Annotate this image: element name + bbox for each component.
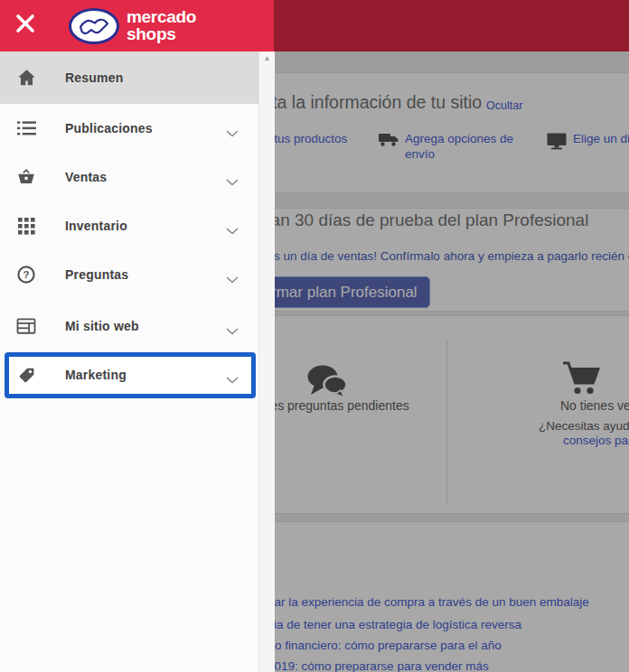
basket-icon: [15, 166, 37, 188]
sidebar-item-mi-sitio-web[interactable]: Mi sitio web: [0, 302, 258, 350]
scroll-up-arrow[interactable]: ▲: [259, 51, 275, 66]
question-icon: ?: [15, 264, 37, 285]
sidebar-item-label: Ventas: [65, 170, 107, 184]
chevron-down-icon: [226, 173, 239, 190]
sidebar-item-label: Resumen: [65, 70, 123, 85]
sidebar-menu: Resumen Publicaciones Ventas: [0, 51, 258, 672]
chevron-down-icon: [226, 371, 239, 387]
sidebar-item-marketing[interactable]: Marketing: [0, 350, 258, 399]
handshake-logo-icon: [69, 8, 119, 44]
chevron-down-icon: [226, 271, 239, 287]
svg-text:?: ?: [23, 269, 30, 280]
home-icon: [15, 67, 37, 89]
chevron-down-icon: [226, 222, 239, 238]
sidebar-item-publicaciones[interactable]: Publicaciones: [0, 104, 258, 153]
sidebar-item-label: Marketing: [65, 368, 127, 382]
sidebar-item-label: Mi sitio web: [65, 319, 139, 333]
sidebar-item-label: Inventario: [65, 219, 127, 233]
tag-icon: [15, 364, 37, 386]
list-icon: [15, 117, 37, 139]
logo-line1: mercado: [127, 8, 196, 25]
sidebar-item-ventas[interactable]: Ventas: [0, 153, 258, 201]
sidebar-item-label: Publicaciones: [65, 121, 153, 135]
logo-line2: shops: [127, 25, 196, 42]
sidebar-drawer: mercado shops Resumen Publicaciones: [0, 0, 274, 672]
website-icon: [15, 315, 37, 337]
grid-icon: [15, 215, 37, 237]
chevron-down-icon: [226, 322, 239, 339]
sidebar-item-label: Preguntas: [65, 267, 128, 282]
sidebar-item-resumen[interactable]: Resumen: [0, 51, 258, 104]
mercado-shops-dashboard: Completa la información de tu sitio Ocul…: [0, 0, 629, 672]
sidebar-header: mercado shops: [0, 0, 274, 51]
sidebar-item-preguntas[interactable]: ? Preguntas: [0, 250, 258, 299]
chevron-down-icon: [226, 125, 239, 141]
logo-wordmark: mercado shops: [127, 8, 196, 42]
sidebar-scrollbar[interactable]: ▲: [258, 51, 275, 672]
sidebar-item-inventario[interactable]: Inventario: [0, 201, 258, 250]
close-icon[interactable]: [14, 13, 36, 34]
